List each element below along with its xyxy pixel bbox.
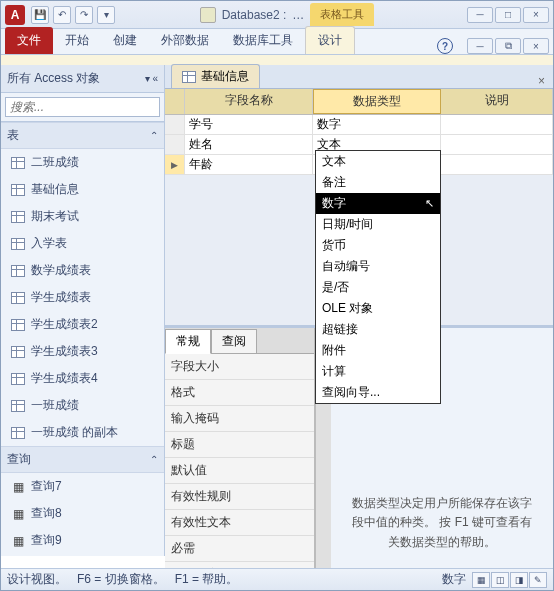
dropdown-item[interactable]: 货币	[316, 235, 440, 256]
property-row[interactable]: 格式	[165, 380, 314, 406]
property-row[interactable]: 标题	[165, 432, 314, 458]
nav-query-item[interactable]: ▦时间日期转换	[1, 554, 164, 556]
cell-desc[interactable]	[441, 135, 553, 154]
nav-group-queries[interactable]: 查询 ⌃	[1, 446, 164, 473]
view-datasheet[interactable]: ▦	[472, 572, 490, 588]
tab-external[interactable]: 外部数据	[149, 27, 221, 54]
table-icon	[11, 400, 25, 412]
mdi-restore[interactable]: ⧉	[495, 38, 521, 54]
dropdown-item[interactable]: 数字↖	[316, 193, 440, 214]
property-list: 字段大小格式输入掩码标题默认值有效性规则有效性文本必需允许空字符串索引Unico…	[165, 354, 314, 591]
nav-collapse-icon[interactable]: ▾ «	[145, 73, 158, 84]
datatype-dropdown[interactable]: 文本备注数字↖日期/时间货币自动编号是/否OLE 对象超链接附件计算查阅向导..…	[315, 150, 441, 404]
grid-row[interactable]: 学号数字	[165, 115, 553, 135]
row-selector-header[interactable]	[165, 89, 185, 114]
nav-query-item[interactable]: ▦查询8	[1, 500, 164, 527]
property-row[interactable]: 输入掩码	[165, 406, 314, 432]
row-selector[interactable]	[165, 135, 185, 154]
tab-dbtools[interactable]: 数据库工具	[221, 27, 305, 54]
nav-table-item[interactable]: 学生成绩表2	[1, 311, 164, 338]
status-f6: F6 = 切换窗格。	[77, 571, 165, 588]
dropdown-item[interactable]: 日期/时间	[316, 214, 440, 235]
cursor-icon: ↖	[425, 197, 434, 210]
tab-lookup[interactable]: 查阅	[211, 329, 257, 354]
doc-tab-active[interactable]: 基础信息	[171, 64, 260, 88]
dropdown-item[interactable]: OLE 对象	[316, 298, 440, 319]
nav-query-item[interactable]: ▦查询9	[1, 527, 164, 554]
redo-icon[interactable]: ↷	[75, 6, 93, 24]
nav-query-item[interactable]: ▦查询7	[1, 473, 164, 500]
dropdown-item[interactable]: 查阅向导...	[316, 382, 440, 403]
nav-table-item[interactable]: 基础信息	[1, 176, 164, 203]
dropdown-item[interactable]: 超链接	[316, 319, 440, 340]
nav-table-item[interactable]: 学生成绩表3	[1, 338, 164, 365]
qat-more-icon[interactable]: ▾	[97, 6, 115, 24]
nav-table-item[interactable]: 一班成绩	[1, 392, 164, 419]
help-icon[interactable]: ?	[437, 38, 453, 54]
doc-tab-label: 基础信息	[201, 68, 249, 85]
search-input[interactable]	[5, 97, 160, 117]
cell-type[interactable]: 数字	[313, 115, 441, 134]
dropdown-item[interactable]: 自动编号	[316, 256, 440, 277]
save-icon[interactable]: 💾	[31, 6, 49, 24]
status-mode: 数字	[442, 571, 466, 588]
cell-field[interactable]: 学号	[185, 115, 313, 134]
nav-tables-list: 二班成绩基础信息期末考试入学表数学成绩表学生成绩表学生成绩表2学生成绩表3学生成…	[1, 149, 164, 446]
nav-table-item[interactable]: 学生成绩表	[1, 284, 164, 311]
view-design[interactable]: ✎	[529, 572, 547, 588]
undo-icon[interactable]: ↶	[53, 6, 71, 24]
nav-item-label: 学生成绩表4	[31, 370, 98, 387]
cell-field[interactable]: 姓名	[185, 135, 313, 154]
dropdown-item[interactable]: 附件	[316, 340, 440, 361]
table-icon	[11, 292, 25, 304]
table-icon	[11, 211, 25, 223]
property-pane: 常规 查阅 字段大小格式输入掩码标题默认值有效性规则有效性文本必需允许空字符串索…	[165, 328, 315, 591]
nav-group-tables-label: 表	[7, 127, 19, 144]
nav-group-tables[interactable]: 表 ⌃	[1, 122, 164, 149]
property-row[interactable]: 有效性文本	[165, 510, 314, 536]
tab-general[interactable]: 常规	[165, 329, 211, 354]
tab-design[interactable]: 设计	[305, 26, 355, 54]
minimize-button[interactable]: ─	[467, 7, 493, 23]
cell-desc[interactable]	[441, 115, 553, 134]
nav-search-wrap	[1, 93, 164, 122]
mdi-close[interactable]: ×	[523, 38, 549, 54]
property-row[interactable]: 默认值	[165, 458, 314, 484]
tab-file[interactable]: 文件	[5, 27, 53, 54]
tab-create[interactable]: 创建	[101, 27, 149, 54]
maximize-button[interactable]: □	[495, 7, 521, 23]
nav-table-item[interactable]: 数学成绩表	[1, 257, 164, 284]
tab-home[interactable]: 开始	[53, 27, 101, 54]
nav-group-queries-label: 查询	[7, 451, 31, 468]
view-chart[interactable]: ◨	[510, 572, 528, 588]
row-selector[interactable]: ▶	[165, 155, 185, 174]
nav-table-item[interactable]: 二班成绩	[1, 149, 164, 176]
nav-table-item[interactable]: 入学表	[1, 230, 164, 257]
dropdown-item[interactable]: 文本	[316, 151, 440, 172]
view-pivot[interactable]: ◫	[491, 572, 509, 588]
mdi-min[interactable]: ─	[467, 38, 493, 54]
nav-table-item[interactable]: 学生成绩表4	[1, 365, 164, 392]
property-row[interactable]: 必需	[165, 536, 314, 562]
property-row[interactable]: 字段大小	[165, 354, 314, 380]
ribbon-tabs: 文件 开始 创建 外部数据 数据库工具 设计 ? ─ ⧉ ×	[1, 29, 553, 55]
col-desc[interactable]: 说明	[441, 89, 553, 114]
workspace: 所有 Access 对象 ▾ « 表 ⌃ 二班成绩基础信息期末考试入学表数学成绩…	[1, 65, 553, 556]
col-field[interactable]: 字段名称	[185, 89, 313, 114]
view-buttons: ▦ ◫ ◨ ✎	[472, 572, 547, 588]
property-row[interactable]: 有效性规则	[165, 484, 314, 510]
cell-field[interactable]: 年龄	[185, 155, 313, 174]
dropdown-item[interactable]: 是/否	[316, 277, 440, 298]
cell-desc[interactable]	[441, 155, 553, 174]
row-selector[interactable]	[165, 115, 185, 134]
nav-table-item[interactable]: 一班成绩 的副本	[1, 419, 164, 446]
close-button[interactable]: ×	[523, 7, 549, 23]
doc-close-icon[interactable]: ×	[534, 74, 549, 88]
nav-queries-list: ▦查询7▦查询8▦查询9▦时间日期转换✖!查询11✚!查询10▦查询1	[1, 473, 164, 556]
dropdown-item[interactable]: 备注	[316, 172, 440, 193]
dropdown-item[interactable]: 计算	[316, 361, 440, 382]
col-type[interactable]: 数据类型	[313, 89, 441, 114]
nav-table-item[interactable]: 期末考试	[1, 203, 164, 230]
nav-item-label: 数学成绩表	[31, 262, 91, 279]
nav-header[interactable]: 所有 Access 对象 ▾ «	[1, 65, 164, 93]
